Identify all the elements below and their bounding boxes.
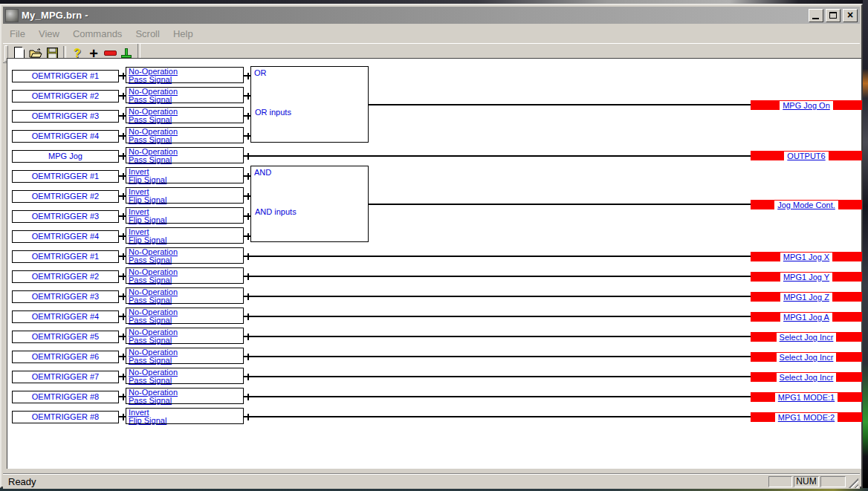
input-block[interactable]: OEMTRIGGER #2 bbox=[12, 90, 119, 103]
operation-block[interactable]: No-OperationPass Signal bbox=[126, 107, 244, 123]
wire bbox=[247, 213, 249, 220]
operation-block[interactable]: No-OperationPass Signal bbox=[126, 348, 244, 364]
input-block[interactable]: OEMTRIGGER #1 bbox=[12, 170, 119, 183]
title-bar[interactable]: My_MPG.brn - × bbox=[3, 7, 860, 24]
output-terminal[interactable]: MPG1 MODE:1 bbox=[751, 392, 862, 402]
operation-action: Pass Signal bbox=[129, 276, 243, 284]
input-block[interactable]: OEMTRIGGER #4 bbox=[12, 310, 119, 323]
input-block[interactable]: OEMTRIGGER #3 bbox=[12, 290, 119, 303]
operation-block[interactable]: No-OperationPass Signal bbox=[126, 247, 244, 264]
wire bbox=[247, 73, 249, 79]
input-block[interactable]: OEMTRIGGER #6 bbox=[12, 351, 119, 363]
operation-action: Flip Signal bbox=[129, 216, 243, 224]
operation-block[interactable]: InvertFlip Signal bbox=[126, 167, 244, 183]
menu-scroll[interactable]: Scroll bbox=[129, 26, 166, 42]
operation-block[interactable]: No-OperationPass Signal bbox=[126, 147, 244, 163]
operation-action: Pass Signal bbox=[129, 336, 243, 345]
wire bbox=[247, 193, 249, 200]
operation-block[interactable]: No-OperationPass Signal bbox=[126, 388, 244, 404]
close-button[interactable]: × bbox=[843, 9, 858, 22]
operation-block[interactable]: InvertFlip Signal bbox=[126, 187, 244, 204]
input-block[interactable]: OEMTRIGGER #3 bbox=[12, 110, 119, 123]
menu-file[interactable]: File bbox=[3, 26, 32, 42]
input-block[interactable]: MPG Jog bbox=[12, 150, 119, 163]
input-block[interactable]: OEMTRIGGER #7 bbox=[12, 371, 119, 383]
desktop-sliver-right bbox=[863, 0, 868, 491]
operation-action: Pass Signal bbox=[129, 156, 243, 164]
input-block[interactable]: OEMTRIGGER #3 bbox=[12, 210, 119, 223]
status-pane-num: NUM bbox=[794, 476, 819, 487]
input-block[interactable]: OEMTRIGGER #5 bbox=[12, 331, 119, 343]
output-terminal[interactable]: Select Jog Incr bbox=[751, 352, 862, 362]
save-floppy-icon bbox=[47, 48, 58, 59]
screen: My_MPG.brn - × File View Commands Scroll… bbox=[0, 0, 868, 491]
wire bbox=[247, 133, 249, 140]
wire bbox=[247, 293, 249, 300]
minimize-button[interactable] bbox=[809, 9, 823, 22]
wire bbox=[247, 414, 249, 420]
wire bbox=[369, 104, 751, 105]
maximize-button[interactable] bbox=[826, 9, 841, 22]
input-block[interactable]: OEMTRIGGER #1 bbox=[12, 70, 119, 82]
output-terminal[interactable]: Select Jog Incr bbox=[751, 332, 862, 342]
wire bbox=[123, 293, 124, 300]
operation-action: Pass Signal bbox=[129, 256, 243, 264]
output-terminal[interactable]: MPG1 Jog Y bbox=[751, 272, 862, 282]
input-block[interactable]: OEMTRIGGER #4 bbox=[12, 230, 119, 243]
menu-view[interactable]: View bbox=[32, 26, 66, 42]
input-block[interactable]: OEMTRIGGER #4 bbox=[12, 130, 119, 143]
input-block[interactable]: OEMTRIGGER #2 bbox=[12, 270, 119, 283]
wire bbox=[123, 153, 124, 160]
operation-action: Flip Signal bbox=[129, 236, 243, 244]
wire bbox=[247, 233, 249, 240]
wire bbox=[123, 93, 124, 100]
resize-grip[interactable] bbox=[847, 477, 858, 488]
output-terminal[interactable]: OUTPUT6 bbox=[751, 151, 862, 160]
operation-action: Flip Signal bbox=[129, 196, 243, 204]
operation-action: Pass Signal bbox=[129, 316, 243, 325]
operation-block[interactable]: No-OperationPass Signal bbox=[126, 328, 244, 344]
output-terminal-label: Select Jog Incr bbox=[777, 353, 837, 362]
status-pane-1 bbox=[768, 476, 792, 487]
input-block[interactable]: OEMTRIGGER #1 bbox=[12, 250, 119, 263]
operation-block[interactable]: InvertFlip Signal bbox=[126, 227, 244, 244]
operation-block[interactable]: No-OperationPass Signal bbox=[126, 87, 244, 103]
output-terminal[interactable]: MPG Jog On bbox=[751, 100, 862, 110]
wire bbox=[123, 273, 124, 280]
operation-block[interactable]: No-OperationPass Signal bbox=[126, 308, 244, 324]
wire bbox=[244, 155, 751, 157]
gate-inputs-label: AND inputs bbox=[255, 207, 297, 216]
output-terminal[interactable]: Select Jog Incr bbox=[751, 372, 862, 382]
operation-action: Flip Signal bbox=[129, 417, 243, 425]
or-gate-block[interactable]: OROR inputs bbox=[250, 66, 369, 143]
operation-action: Pass Signal bbox=[129, 96, 243, 104]
input-block[interactable]: OEMTRIGGER #8 bbox=[12, 391, 119, 403]
operation-action: Pass Signal bbox=[129, 357, 243, 365]
output-terminal[interactable]: Jog Mode Cont. bbox=[751, 200, 862, 209]
output-terminal-label: MPG1 Jog X bbox=[780, 253, 832, 261]
wire bbox=[247, 113, 249, 120]
operation-block[interactable]: No-OperationPass Signal bbox=[126, 127, 244, 143]
operation-block[interactable]: InvertFlip Signal bbox=[126, 408, 244, 424]
wire bbox=[244, 276, 751, 277]
and-gate-block[interactable]: ANDAND inputs bbox=[250, 166, 369, 242]
operation-block[interactable]: No-OperationPass Signal bbox=[126, 368, 244, 384]
output-terminal[interactable]: MPG1 MODE:2 bbox=[751, 412, 862, 422]
operation-block[interactable]: No-OperationPass Signal bbox=[126, 67, 244, 83]
menu-commands[interactable]: Commands bbox=[66, 26, 129, 42]
output-terminal-label: Select Jog Incr bbox=[777, 373, 837, 382]
input-block[interactable]: OEMTRIGGER #8 bbox=[12, 411, 119, 423]
input-block[interactable]: OEMTRIGGER #2 bbox=[12, 190, 119, 203]
menu-help[interactable]: Help bbox=[166, 26, 200, 42]
operation-action: Pass Signal bbox=[129, 76, 243, 84]
output-terminal[interactable]: MPG1 Jog X bbox=[751, 252, 862, 261]
operation-block[interactable]: No-OperationPass Signal bbox=[126, 267, 244, 284]
operation-block[interactable]: No-OperationPass Signal bbox=[126, 287, 244, 304]
wire bbox=[244, 336, 751, 337]
wire bbox=[123, 354, 124, 360]
output-terminal[interactable]: MPG1 Jog Z bbox=[751, 292, 862, 302]
output-terminal[interactable]: MPG1 Jog A bbox=[751, 312, 862, 322]
operation-block[interactable]: InvertFlip Signal bbox=[126, 207, 244, 224]
output-terminal-label: MPG1 MODE:2 bbox=[775, 413, 838, 422]
wire bbox=[247, 93, 249, 100]
